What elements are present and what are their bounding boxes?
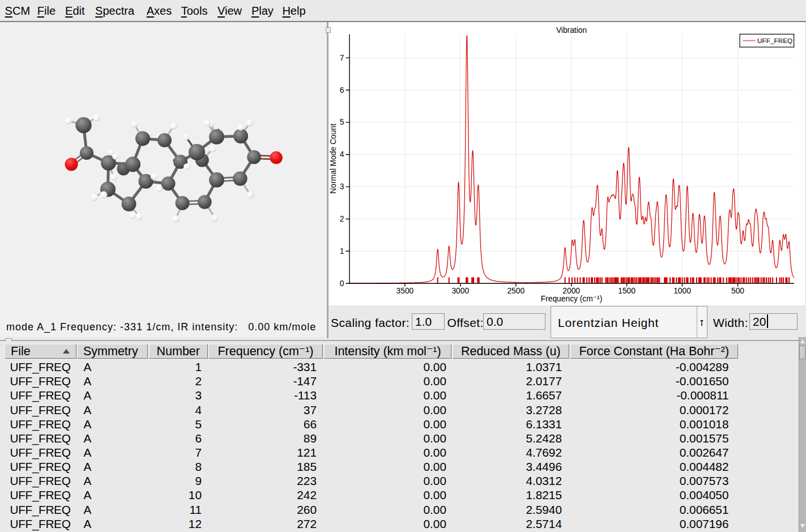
- svg-text:3000: 3000: [451, 287, 469, 295]
- svg-text:2000: 2000: [562, 287, 580, 295]
- svg-text:5: 5: [340, 118, 344, 126]
- svg-text:3: 3: [340, 182, 344, 191]
- svg-text:Frequency (cm⁻¹): Frequency (cm⁻¹): [541, 295, 602, 303]
- svg-text:3500: 3500: [396, 287, 414, 295]
- svg-text:2: 2: [340, 215, 344, 223]
- svg-text:2500: 2500: [507, 287, 524, 295]
- svg-text:500: 500: [731, 287, 744, 295]
- svg-text:1: 1: [340, 247, 344, 256]
- svg-text:Normal Mode Count: Normal Mode Count: [329, 124, 338, 194]
- svg-text:1500: 1500: [618, 287, 636, 295]
- svg-text:4: 4: [340, 150, 344, 159]
- svg-text:0: 0: [340, 279, 344, 288]
- svg-text:UFF_FREQ: UFF_FREQ: [757, 37, 792, 45]
- svg-text:Vibration: Vibration: [556, 26, 587, 35]
- svg-text:1000: 1000: [673, 287, 691, 295]
- svg-text:6: 6: [340, 86, 344, 95]
- svg-text:7: 7: [340, 54, 344, 62]
